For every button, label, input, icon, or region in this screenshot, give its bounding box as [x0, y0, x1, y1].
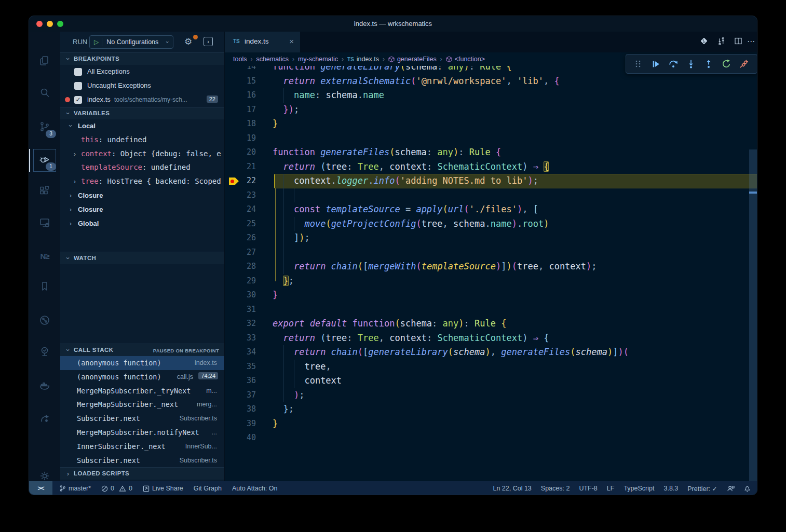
code-line[interactable]: 15 return externalSchematic('@nrwl/works… [225, 74, 757, 89]
loaded-scripts-header[interactable]: › LOADED SCRIPTS [60, 467, 224, 480]
auto-attach-toggle[interactable]: Auto Attach: On [232, 485, 278, 492]
line-number[interactable]: 20 [230, 145, 256, 160]
variable-row[interactable]: templateSource: undefined [60, 161, 224, 175]
code-line[interactable]: 30} [225, 288, 757, 303]
code-line[interactable]: 36 context [225, 374, 757, 388]
restart-button[interactable] [717, 56, 735, 72]
code-line[interactable]: 24 const templateSource = apply(url('./f… [225, 202, 757, 217]
step-into-button[interactable] [682, 56, 700, 72]
sidebar-item-git-history[interactable] [29, 310, 60, 333]
sidebar-item-share[interactable] [29, 408, 60, 431]
eol-setting[interactable]: LF [607, 485, 615, 492]
close-tab-icon[interactable]: × [289, 37, 294, 46]
step-out-button[interactable] [700, 56, 717, 72]
code-line[interactable]: 29 }; [225, 274, 757, 289]
sidebar-item-docker[interactable] [29, 375, 60, 398]
branch-indicator[interactable]: master* [59, 485, 91, 492]
code-line[interactable]: 26 ]); [225, 231, 757, 245]
line-number[interactable]: 17 [230, 103, 256, 117]
sidebar-item-search[interactable] [29, 83, 60, 105]
line-number[interactable]: 29 [230, 274, 256, 289]
breadcrumb-item[interactable]: schematics [256, 56, 289, 63]
live-share-button[interactable]: Live Share [143, 485, 183, 492]
sidebar-item-remote-explorer[interactable] [29, 212, 60, 235]
line-number[interactable]: 26 [230, 231, 256, 245]
step-over-button[interactable] [665, 56, 682, 72]
line-number[interactable]: 15 [230, 74, 256, 89]
code-line[interactable]: 17 }); [225, 103, 757, 117]
stack-frame-row[interactable]: MergeMapSubscriber._tryNextm... [60, 384, 224, 398]
line-number[interactable]: 19 [230, 131, 256, 146]
breadcrumb-item[interactable]: my-schematic [298, 56, 338, 63]
toolbar-drag-grip[interactable] [629, 56, 647, 72]
code-line[interactable]: 40 [225, 431, 757, 445]
code-line[interactable]: 34 return chain([generateLibrary(schema)… [225, 345, 757, 360]
code-line[interactable]: 37 ); [225, 388, 757, 403]
call-stack-header[interactable]: › CALL STACK PAUSED ON BREAKPOINT [60, 344, 224, 356]
editor-scrollbar[interactable] [749, 149, 757, 481]
breakpoint-row[interactable]: Uncaught Exceptions [60, 79, 224, 93]
stack-frame-row[interactable]: Subscriber.nextSubscriber.ts [60, 454, 224, 468]
scope-row[interactable]: ›Closure [60, 189, 224, 203]
stack-frame-row[interactable]: Subscriber.nextSubscriber.ts [60, 412, 224, 426]
code-editor[interactable]: 14function generateLibrary(schema: any):… [225, 52, 757, 481]
line-number[interactable]: 38 [230, 402, 256, 417]
stack-frame-row[interactable]: MergeMapSubscriber._nextmerg... [60, 398, 224, 412]
typescript-version[interactable]: 3.8.3 [663, 485, 678, 492]
code-line[interactable]: 21 return (tree: Tree, context: Schemati… [225, 160, 757, 174]
code-line[interactable]: 31 [225, 303, 757, 317]
line-number[interactable]: 18 [230, 117, 256, 131]
launch-config-dropdown[interactable]: ▷ No Configurations › [89, 35, 173, 49]
stack-frame-row[interactable]: MergeMapSubscriber.notifyNext... [60, 426, 224, 440]
breakpoint-checkbox[interactable] [74, 68, 82, 76]
line-number[interactable]: 21 [230, 160, 256, 174]
stack-frame-row[interactable]: (anonymous function)call.js74:24 [60, 370, 224, 384]
line-number[interactable]: 25 [230, 217, 256, 231]
code-line[interactable]: 16 name: schema.name [225, 88, 757, 103]
code-line[interactable]: 38 }; [225, 402, 757, 417]
disconnect-button[interactable] [735, 56, 753, 72]
sidebar-item-run-debug[interactable]: 1 [29, 149, 60, 172]
split-editor-icon[interactable] [734, 37, 742, 47]
breadcrumb-item[interactable]: generateFiles [397, 56, 437, 63]
line-number[interactable]: 30 [230, 288, 256, 303]
line-number[interactable]: 36 [230, 374, 256, 388]
line-number[interactable]: 31 [230, 303, 256, 317]
line-number[interactable]: 32 [230, 317, 256, 331]
feedback-button[interactable] [727, 485, 735, 492]
line-number[interactable]: 35 [230, 360, 256, 374]
code-line[interactable]: 27 [225, 245, 757, 260]
code-line[interactable]: 23 [225, 188, 757, 203]
line-number[interactable]: 16 [230, 88, 256, 103]
more-actions-icon[interactable]: ⋯ [747, 37, 755, 46]
code-line[interactable]: 35 tree, [225, 360, 757, 374]
sidebar-item-test-tree[interactable] [29, 341, 60, 364]
line-number[interactable]: 33 [230, 331, 256, 346]
tab-index-ts[interactable]: TS index.ts × [225, 32, 300, 52]
continue-button[interactable] [647, 56, 665, 72]
breakpoint-row[interactable]: All Exceptions [60, 65, 224, 79]
variable-row[interactable]: this: undefined [60, 133, 224, 147]
sidebar-item-nx-console[interactable]: N≥ [29, 244, 60, 267]
line-number[interactable]: 40 [230, 431, 256, 445]
code-line[interactable]: 19 [225, 131, 757, 146]
problems-indicator[interactable]: 0 0 [101, 485, 132, 492]
notifications-button[interactable] [744, 485, 751, 492]
line-number[interactable]: 28 [230, 260, 256, 274]
breadcrumb-item[interactable]: index.ts [357, 56, 379, 63]
line-number[interactable]: 27 [230, 245, 256, 260]
gitlens-compare-icon[interactable] [700, 37, 708, 47]
prettier-status[interactable]: Prettier: ✓ [687, 485, 717, 493]
variable-row[interactable]: ›tree: HostTree {_backend: ScopedH… [60, 175, 224, 189]
code-line[interactable]: 20function generateFiles(schema: any): R… [225, 145, 757, 160]
line-number[interactable]: 34 [230, 345, 256, 360]
line-number[interactable]: 23 [230, 188, 256, 203]
sidebar-item-explorer[interactable] [29, 50, 60, 73]
variables-header[interactable]: › VARIABLES [60, 107, 224, 119]
breakpoints-header[interactable]: › BREAKPOINTS [60, 52, 224, 65]
code-line[interactable]: 28 return chain([mergeWith(templateSourc… [225, 260, 757, 274]
remote-indicator[interactable]: >< [29, 481, 52, 495]
line-number[interactable]: 39 [230, 417, 256, 431]
git-graph-button[interactable]: Git Graph [194, 485, 222, 492]
scope-row[interactable]: ›Global [60, 217, 224, 231]
